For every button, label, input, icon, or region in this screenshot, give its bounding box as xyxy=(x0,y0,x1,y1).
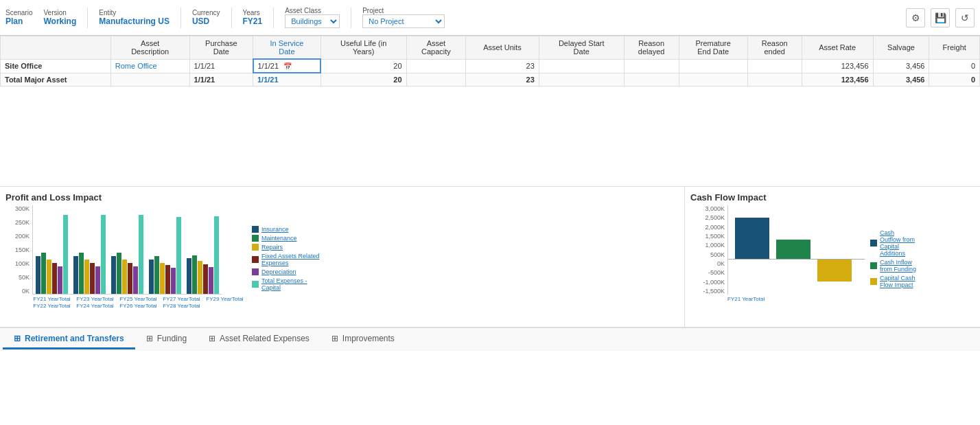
save-button[interactable]: 💾 xyxy=(931,8,950,27)
separator-1 xyxy=(87,8,88,28)
bar-group-fy27 xyxy=(149,205,181,294)
total-row-useful-life: 20 xyxy=(320,73,406,87)
cf-legend-color-capital xyxy=(870,278,877,285)
project-group[interactable]: Project No Project xyxy=(362,7,445,28)
legend-label-repairs[interactable]: Repairs xyxy=(261,244,283,251)
tab-improvements[interactable]: ⊞ Improvements xyxy=(320,330,406,349)
bar-maintenance-fy25 xyxy=(117,253,121,294)
cf-legend-capital[interactable]: Capital CashFlow Impact xyxy=(870,275,916,288)
tab-asset-related-expenses[interactable]: ⊞ Asset Related Expenses xyxy=(198,330,320,349)
scenario-label: Scenario xyxy=(5,9,32,16)
total-row-premature-end xyxy=(679,73,747,87)
cf-bar-outflow xyxy=(735,218,769,259)
entity-group: Entity Manufacturing US xyxy=(99,9,170,26)
col-header-useful-life: Useful Life (inYears) xyxy=(320,36,406,60)
row-reason-delayed xyxy=(624,59,679,73)
tab-funding[interactable]: ⊞ Funding xyxy=(135,330,198,349)
total-row-asset-rate: 123,456 xyxy=(802,73,873,87)
scenario-value: Plan xyxy=(5,16,32,26)
settings-button[interactable]: ⚙ xyxy=(906,8,925,27)
cf-legend-color-outflow xyxy=(870,240,877,246)
row-asset-rate: 123,456 xyxy=(802,59,873,73)
total-row-reason-delayed xyxy=(624,73,679,87)
asset-class-label: Asset Class xyxy=(285,7,340,14)
total-row-name: Total Major Asset xyxy=(1,73,111,87)
col-header-empty xyxy=(1,36,111,60)
bar-fixed-fy21 xyxy=(52,263,57,294)
asset-class-group[interactable]: Asset Class Buildings xyxy=(285,7,340,28)
row-name-site-office: Site Office xyxy=(1,59,111,73)
col-header-freight: Freight xyxy=(929,36,980,60)
legend-repairs[interactable]: Repairs xyxy=(252,244,320,251)
tab-icon-funding: ⊞ xyxy=(146,334,153,343)
asset-table-area: AssetDescription PurchaseDate In Service… xyxy=(0,36,980,187)
legend-label-total-expenses[interactable]: Total Expenses -Capital xyxy=(261,277,307,291)
col-header-asset-units: Asset Units xyxy=(466,36,539,60)
x-label-fy25: FY25 YearTotalFY26 YearTotal xyxy=(119,296,157,310)
pl-y-axis: 300K 250K 200K 150K 100K 50K 0K xyxy=(5,205,30,295)
x-label-fy29: FY29 YearTotal xyxy=(206,296,244,310)
cf-bar-inflow xyxy=(776,240,810,259)
bar-fixed-fy23 xyxy=(90,263,95,294)
bar-repairs-fy23 xyxy=(84,260,89,294)
cf-legend-label-inflow[interactable]: Cash Inflowfrom Funding xyxy=(880,259,916,273)
col-header-in-service-date: In ServiceDate xyxy=(253,36,321,60)
legend-label-depreciation[interactable]: Depreciation xyxy=(261,268,296,275)
legend-label-fixed-assets[interactable]: Fixed Assets RelatedExpenses xyxy=(261,253,320,266)
legend-color-fixed-assets xyxy=(252,256,259,263)
charts-area: Profit and Loss Impact 300K 250K 200K 15… xyxy=(0,187,980,328)
cf-legend-inflow[interactable]: Cash Inflowfrom Funding xyxy=(870,259,916,273)
cf-legend: CashOutflow fromCapitalAdditions Cash In… xyxy=(870,205,916,312)
profit-loss-title: Profit and Loss Impact xyxy=(5,192,679,203)
separator-2 xyxy=(180,8,181,28)
refresh-button[interactable]: ↺ xyxy=(955,8,975,27)
legend-color-repairs xyxy=(252,244,259,251)
calendar-icon: 📅 xyxy=(283,62,292,70)
cf-legend-color-inflow xyxy=(870,262,877,269)
cf-legend-outflow[interactable]: CashOutflow fromCapitalAdditions xyxy=(870,229,916,257)
bar-depr-fy23 xyxy=(95,266,100,294)
col-header-delayed-start: Delayed StartDate xyxy=(539,36,624,60)
total-row-asset-capacity xyxy=(406,73,466,87)
legend-color-total-expenses xyxy=(252,281,259,288)
legend-label-maintenance[interactable]: Maintenance xyxy=(261,235,297,242)
tab-icon-retirement: ⊞ xyxy=(14,334,21,343)
bar-total-fy27 xyxy=(176,217,181,294)
row-in-service-date[interactable]: 1/1/21 📅 xyxy=(253,59,321,73)
tab-retirement-transfers[interactable]: ⊞ Retirement and Transfers xyxy=(3,330,135,349)
total-row-delayed-start xyxy=(539,73,624,87)
legend-total-expenses[interactable]: Total Expenses -Capital xyxy=(252,277,320,291)
bar-depr-fy25 xyxy=(133,266,138,294)
bar-group-fy29 xyxy=(187,205,219,294)
bar-total-fy23 xyxy=(101,215,106,294)
cf-bars-container xyxy=(727,205,865,295)
cf-legend-label-outflow[interactable]: CashOutflow fromCapitalAdditions xyxy=(880,229,915,257)
total-row-purchase-date: 1/1/21 xyxy=(189,73,253,87)
legend-fixed-assets[interactable]: Fixed Assets RelatedExpenses xyxy=(252,253,320,266)
years-group: Years FY21 xyxy=(243,9,263,26)
legend-label-insurance[interactable]: Insurance xyxy=(261,226,289,233)
asset-class-select[interactable]: Buildings xyxy=(285,14,340,28)
legend-maintenance[interactable]: Maintenance xyxy=(252,235,320,242)
legend-insurance[interactable]: Insurance xyxy=(252,226,320,233)
legend-depreciation[interactable]: Depreciation xyxy=(252,268,320,275)
row-delayed-start xyxy=(539,59,624,73)
cf-legend-label-capital[interactable]: Capital CashFlow Impact xyxy=(880,275,915,288)
separator-3 xyxy=(231,8,232,28)
bar-repairs-fy27 xyxy=(160,263,165,294)
tab-label-improvements: Improvements xyxy=(342,334,395,343)
bar-maintenance-fy27 xyxy=(154,256,159,294)
version-label: Version xyxy=(43,9,76,16)
bar-depr-fy21 xyxy=(58,266,62,294)
years-label: Years xyxy=(243,9,263,16)
currency-group: Currency USD xyxy=(192,9,220,26)
tab-bar: ⊞ Retirement and Transfers ⊞ Funding ⊞ A… xyxy=(0,328,980,351)
project-select[interactable]: No Project xyxy=(362,14,445,28)
bar-repairs-fy29 xyxy=(198,261,202,294)
toolbar: Scenario Plan Version Working Entity Man… xyxy=(0,0,980,36)
tab-label-funding: Funding xyxy=(157,334,187,343)
entity-label: Entity xyxy=(99,9,170,16)
asset-table: AssetDescription PurchaseDate In Service… xyxy=(0,36,980,87)
row-description: Rome Office xyxy=(110,59,189,73)
row-salvage: 3,456 xyxy=(873,59,929,73)
